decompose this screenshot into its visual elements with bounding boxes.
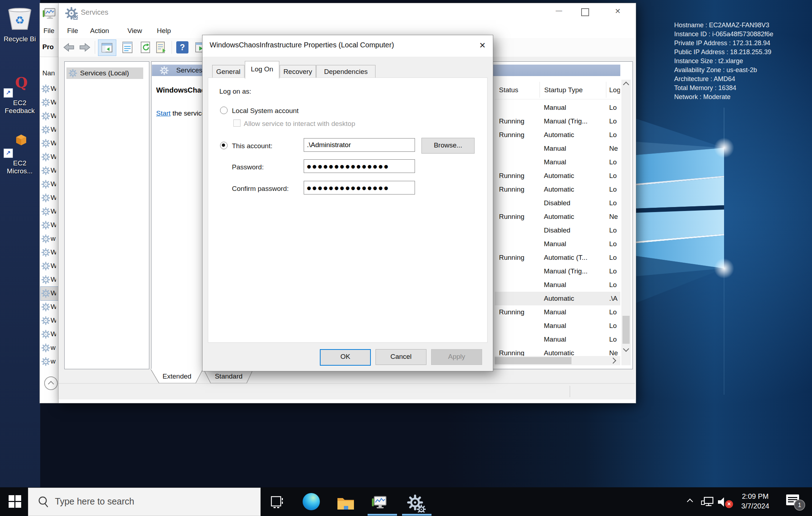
action-center-button[interactable]: 1 <box>786 494 803 510</box>
minimize-button[interactable]: — <box>551 7 567 14</box>
checkbox-interact-desktop-label[interactable]: Allow service to interact with desktop <box>244 120 355 128</box>
column-header-status[interactable]: Status <box>499 86 518 94</box>
tree-item-services-local[interactable]: Services (Local) <box>66 67 143 79</box>
background-service-row[interactable]: w <box>41 341 59 355</box>
background-service-row[interactable]: W <box>41 164 59 178</box>
desktop-icon-ec2-microsoft[interactable]: ↗ EC2 Micros... <box>0 133 39 173</box>
dialog-titlebar[interactable]: WindowsChaosInfrastructure Properties (L… <box>202 35 493 57</box>
radio-local-system[interactable] <box>220 107 228 114</box>
service-row[interactable]: ManualLo <box>495 237 620 251</box>
volume-muted-icon[interactable]: ✕ <box>718 496 734 508</box>
background-service-row[interactable]: W <box>41 328 59 341</box>
radio-this-account-label[interactable]: This account: <box>232 142 272 150</box>
scroll-down-arrow[interactable] <box>623 346 629 352</box>
header-divider[interactable] <box>540 82 540 98</box>
tab-standard-label[interactable]: Standard <box>215 372 242 380</box>
service-row[interactable]: DisabledLo <box>495 224 620 237</box>
network-icon[interactable] <box>701 497 714 507</box>
scrollbar-thumb[interactable] <box>622 316 630 344</box>
service-row[interactable]: ManualLo <box>495 333 620 346</box>
browse-button[interactable]: Browse... <box>421 138 475 154</box>
desktop-icon-ec2-feedback[interactable]: Q ↗ EC2 Feedback <box>0 75 39 115</box>
scroll-right-arrow[interactable] <box>610 358 616 364</box>
service-row[interactable]: RunningAutomaticLo <box>495 169 620 183</box>
service-row[interactable]: Automatic.\A <box>495 292 620 305</box>
scroll-up-button[interactable] <box>44 376 58 390</box>
scroll-up-arrow[interactable] <box>623 82 629 88</box>
background-service-row[interactable]: w <box>41 232 59 246</box>
refresh-button[interactable] <box>140 41 151 53</box>
desktop-icon-recycle-bin[interactable]: ♻ Recycle Bi <box>0 6 39 43</box>
tab-general[interactable]: General <box>212 65 244 78</box>
horizontal-scrollbar[interactable] <box>495 356 620 365</box>
apply-button[interactable]: Apply <box>431 349 482 365</box>
background-service-row[interactable]: W <box>41 178 59 191</box>
column-header-name[interactable]: Nan <box>42 69 57 77</box>
background-service-row[interactable]: w <box>41 355 59 369</box>
ok-button[interactable]: OK <box>320 349 371 366</box>
background-service-row[interactable]: W <box>41 150 59 164</box>
checkbox-interact-desktop[interactable] <box>233 119 241 127</box>
background-service-row[interactable]: W <box>41 191 59 205</box>
back-button[interactable] <box>62 43 75 52</box>
edge-icon[interactable] <box>303 493 320 510</box>
menu-view[interactable]: View <box>127 27 142 35</box>
cancel-button[interactable]: Cancel <box>375 349 426 365</box>
taskbar-clock[interactable]: 2:09 PM 3/7/2024 <box>734 492 776 511</box>
service-row[interactable]: ManualLo <box>495 319 620 333</box>
scrollbar-thumb[interactable] <box>495 357 571 364</box>
background-service-row[interactable]: W <box>41 273 59 287</box>
tab-dependencies[interactable]: Dependencies <box>316 65 375 78</box>
menu-file[interactable]: File <box>67 27 78 35</box>
background-service-row[interactable]: W <box>41 219 59 232</box>
service-row[interactable]: RunningAutomatic (T...Lo <box>495 251 620 264</box>
service-row[interactable]: RunningAutomaticLo <box>495 128 620 142</box>
menu-action[interactable]: Action <box>90 27 109 35</box>
background-service-row[interactable]: W <box>41 109 59 123</box>
service-row[interactable]: ManualLo <box>495 155 620 169</box>
properties-button[interactable] <box>122 41 133 53</box>
column-header-log-on-as[interactable]: Log On As <box>609 86 620 94</box>
taskbar-search[interactable]: Type here to search <box>28 488 261 516</box>
password-input[interactable] <box>304 159 415 173</box>
background-service-row[interactable]: W <box>41 137 59 150</box>
service-row[interactable]: ManualLo <box>495 278 620 292</box>
background-service-row[interactable]: W <box>41 123 59 137</box>
start-service-link[interactable]: Start <box>156 109 171 117</box>
vertical-scrollbar[interactable] <box>621 80 631 356</box>
account-input[interactable] <box>304 138 415 152</box>
forward-button[interactable] <box>79 43 92 52</box>
column-header-startup-type[interactable]: Startup Type <box>544 86 583 94</box>
service-row[interactable]: ManualNe <box>495 142 620 155</box>
task-view-button[interactable] <box>270 495 284 509</box>
service-row[interactable]: RunningManual (Trig...Lo <box>495 114 620 128</box>
background-service-row[interactable]: W <box>41 287 59 300</box>
confirm-password-input[interactable] <box>304 181 415 194</box>
service-row[interactable]: ManualLo <box>495 101 620 114</box>
menu-file[interactable]: File <box>43 27 55 35</box>
header-divider[interactable] <box>606 82 606 98</box>
background-service-row[interactable]: W <box>41 82 59 96</box>
tab-extended-label[interactable]: Extended <box>163 372 191 380</box>
radio-local-system-label[interactable]: Local System account <box>232 107 299 115</box>
dialog-close-button[interactable]: ✕ <box>476 39 489 52</box>
file-explorer-icon[interactable] <box>337 496 355 510</box>
service-row[interactable]: RunningManualLo <box>495 305 620 319</box>
services-taskbar-icon[interactable] <box>406 494 426 512</box>
background-service-row[interactable]: W <box>41 205 59 219</box>
background-service-row[interactable]: W <box>41 300 59 314</box>
export-list-button[interactable] <box>155 41 168 53</box>
service-row[interactable]: RunningAutomaticNe <box>495 210 620 224</box>
perfmon-taskbar-icon[interactable] <box>372 495 388 510</box>
service-row[interactable]: RunningAutomaticLo <box>495 183 620 196</box>
help-button[interactable]: ? <box>176 41 188 53</box>
close-button[interactable]: ✕ <box>610 7 626 15</box>
background-service-row[interactable]: W <box>41 246 59 259</box>
service-row[interactable]: RunningAutomaticNe <box>495 346 620 356</box>
maximize-button[interactable] <box>581 8 589 16</box>
service-row[interactable]: Manual (Trig...Lo <box>495 264 620 278</box>
background-service-row[interactable]: W <box>41 96 59 109</box>
background-service-row[interactable]: W <box>41 314 59 328</box>
tray-expand-icon[interactable] <box>687 499 693 505</box>
service-row[interactable]: DisabledLo <box>495 196 620 210</box>
